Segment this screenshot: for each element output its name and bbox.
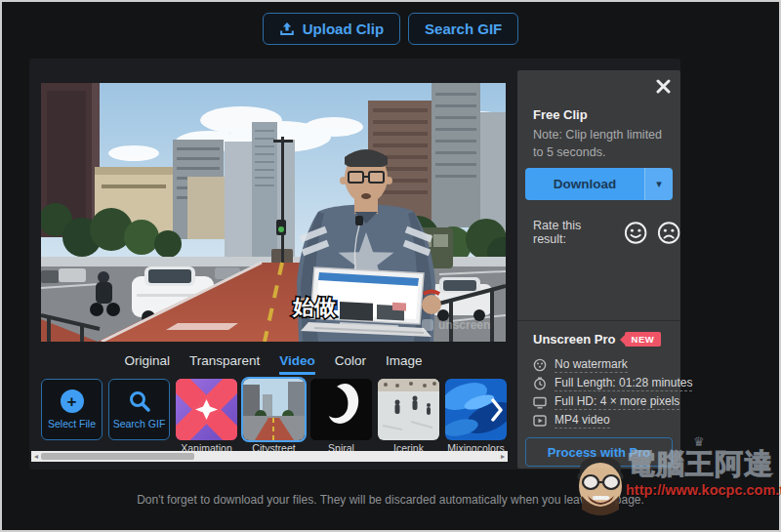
thumbnail-citystreet[interactable] — [243, 379, 305, 440]
feature-row: Full HD: 4 × more pixels — [533, 392, 692, 411]
video-preview[interactable]: 始做 unscreen — [41, 83, 506, 342]
download-button[interactable]: Download — [525, 168, 644, 200]
upload-clip-button[interactable]: Upload Clip — [263, 13, 400, 45]
download-options-caret[interactable]: ▾ — [644, 168, 673, 200]
pro-feature-list: No watermark Full Length: 01:28 minutes — [533, 355, 692, 430]
video-icon — [533, 414, 547, 428]
unscreen-watermark: unscreen — [422, 318, 490, 332]
footer-note: Don't forget to download your files. The… — [0, 493, 781, 507]
select-file-button[interactable]: + Select File — [41, 379, 103, 440]
clock-icon — [533, 377, 547, 390]
thumbnail-icerink[interactable] — [378, 379, 439, 440]
video-subtitle: 始做 — [292, 295, 337, 319]
feature-label[interactable]: No watermark — [555, 357, 628, 373]
select-file-label: Select File — [48, 418, 96, 430]
rate-label: Rate this result: — [533, 219, 615, 246]
tab-image[interactable]: Image — [386, 353, 423, 375]
upload-clip-label: Upload Clip — [303, 20, 384, 37]
tab-video[interactable]: Video — [279, 353, 315, 375]
feature-row: Full Length: 01:28 minutes — [533, 374, 692, 392]
close-button[interactable] — [656, 79, 671, 94]
feature-label[interactable]: Full HD: 4 × more pixels — [555, 394, 679, 410]
tab-transparent[interactable]: Transparent — [189, 353, 260, 375]
search-gif-strip-button[interactable]: Search GIF — [108, 379, 170, 440]
download-split-button: Download ▾ — [525, 168, 673, 200]
scrollbar-left-arrow[interactable]: ◂ — [31, 451, 41, 462]
rate-row: Rate this result: — [533, 219, 680, 246]
hand-right — [422, 295, 441, 314]
header: Upload Clip Search GIF — [0, 13, 781, 45]
thumbnail-spiral[interactable] — [310, 379, 372, 440]
free-clip-title: Free Clip — [533, 107, 588, 122]
feature-row: No watermark — [533, 355, 692, 374]
clip-strip: + Select File Search GIF — [41, 379, 507, 454]
thumbnail-xanimation[interactable] — [176, 379, 237, 440]
close-icon — [656, 79, 671, 94]
search-gif-strip-label: Search GIF — [113, 418, 166, 430]
process-with-pro-button[interactable]: Process with Pro — [525, 437, 673, 467]
upload-icon — [279, 21, 295, 37]
tab-color[interactable]: Color — [335, 353, 366, 375]
display-icon — [533, 395, 547, 409]
view-tabs: Original Transparent Video Color Image — [41, 353, 506, 375]
video-scene: 始做 unscreen — [41, 83, 506, 342]
tab-original[interactable]: Original — [124, 353, 170, 375]
svg-text:unscreen: unscreen — [438, 318, 490, 332]
pro-header: Unscreen Pro NEW — [533, 332, 661, 347]
search-gif-button[interactable]: Search GIF — [408, 13, 518, 45]
no-watermark-icon — [533, 358, 547, 372]
rate-negative-button[interactable] — [657, 221, 680, 245]
main-card: 始做 unscreen Original Transparent Video C… — [29, 59, 680, 470]
new-badge: NEW — [625, 332, 662, 347]
scrollbar-right-arrow[interactable]: ▸ — [498, 451, 508, 462]
strip-scroll-right-chevron[interactable] — [486, 389, 508, 431]
pro-title: Unscreen Pro — [533, 332, 616, 347]
crown-icon: ♛ — [693, 434, 705, 449]
sidebar-divider — [517, 320, 680, 321]
strip-scrollbar[interactable]: ◂ ▸ — [31, 451, 508, 462]
feature-label[interactable]: MP4 video — [555, 413, 610, 429]
search-gif-label: Search GIF — [425, 20, 502, 37]
plus-icon: + — [61, 389, 84, 413]
feature-label[interactable]: Full Length: 01:28 minutes — [555, 376, 692, 391]
chevron-right-icon — [490, 397, 504, 423]
feature-row: MP4 video — [533, 411, 692, 430]
page: Upload Clip Search GIF — [0, 0, 781, 532]
scrollbar-thumb[interactable] — [41, 453, 194, 460]
result-sidebar: Free Clip Note: Clip length limited to 5… — [517, 70, 680, 469]
free-clip-note: Note: Clip length limited to 5 seconds. — [533, 126, 668, 161]
magnifier-icon — [128, 389, 151, 413]
rate-positive-button[interactable] — [624, 221, 647, 245]
